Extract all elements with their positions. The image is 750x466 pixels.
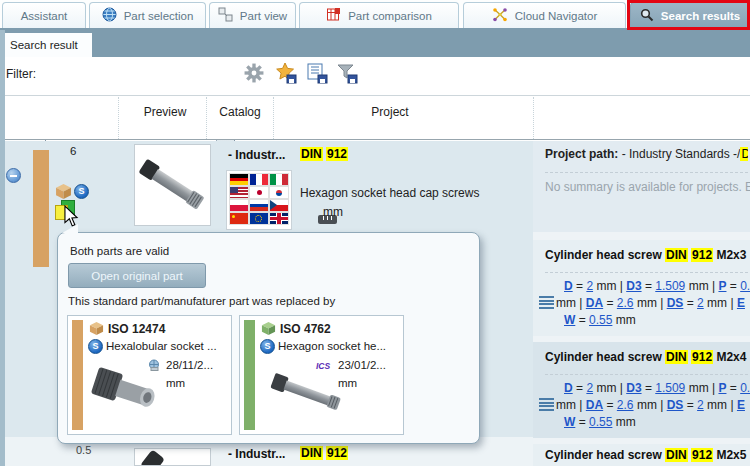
replacement-card-iso-4762[interactable]: ISO 4762 Hexagon socket he... ICS 23/01/…: [239, 315, 404, 435]
highlight: 912: [326, 446, 348, 460]
column-separator: [206, 97, 207, 139]
standard-part-icon: [88, 339, 103, 354]
project-path: Project path: - Industry Standards -/DIN: [545, 147, 748, 161]
project-path-text: - Industry Standards -/: [618, 147, 740, 161]
part-description: Hexalobular socket ...: [106, 340, 228, 352]
flag-usa: [230, 187, 248, 198]
replacement-card-iso-12474[interactable]: ISO 12474 Hexalobular socket ... 28/11/2…: [67, 315, 232, 435]
flag-uk: [270, 213, 288, 224]
subtab-label: Search result: [10, 39, 78, 51]
standard-part-icon: [74, 184, 89, 199]
tab-assistant[interactable]: Assistant: [2, 2, 86, 28]
dimension-line: W = 0.55 mm: [556, 414, 750, 431]
standard-part-icon: [260, 339, 275, 354]
tab-label: Part view: [240, 10, 287, 22]
tab-search-results[interactable]: Search results: [630, 2, 750, 28]
tab-label: Search results: [661, 10, 740, 22]
tooltip-status: Both parts are valid: [70, 245, 169, 257]
unit-label: mm: [166, 377, 185, 389]
results-table-header: Preview Catalog Project: [0, 95, 750, 140]
dimension-line: D = 2 mm | D3 = 1.509 mm | P = 0.4: [556, 278, 750, 295]
project-title[interactable]: DIN 912: [300, 147, 348, 161]
column-separator: [118, 97, 119, 139]
replacement-tooltip: Both parts are valid Open original part …: [57, 232, 480, 444]
save-table-icon[interactable]: [306, 62, 328, 84]
search-icon: [640, 8, 654, 24]
detail-project-summary[interactable]: Project path: - Industry Standards -/DIN…: [533, 141, 750, 232]
dimension-block[interactable]: D = 2 mm | D3 = 1.509 mm | P = 0.4 mm | …: [556, 278, 750, 329]
column-header-project: Project: [330, 105, 450, 119]
part-name: ISO 12474: [108, 322, 165, 336]
dimension-line: W = 0.55 mm: [556, 312, 750, 329]
column-header-preview: Preview: [130, 105, 200, 119]
unit-label: mm: [323, 205, 343, 219]
part-preview[interactable]: [134, 144, 211, 226]
column-separator: [273, 97, 274, 139]
row-accent-bar: [33, 150, 49, 267]
collapse-row-button[interactable]: [6, 168, 21, 183]
separator: [545, 172, 748, 173]
tab-cloud-navigator[interactable]: Cloud Navigator: [463, 2, 626, 28]
flag-eu: [250, 213, 268, 224]
filter-label: Filter:: [6, 67, 36, 81]
filter-toolbar: Filter: DIN: [0, 57, 750, 95]
tab-label: Part selection: [124, 10, 194, 22]
ics-badge: ICS: [316, 361, 330, 371]
flag-poland: [230, 200, 248, 211]
highlight: DIN: [300, 446, 323, 460]
summary-text: No summary is available for projects. Ex: [545, 180, 750, 194]
column-header-catalog: Catalog: [205, 105, 275, 119]
result-count: 6: [70, 145, 76, 157]
detail-part-m2x4[interactable]: Cylinder head screw DIN 912 M2x4 D = 2 m…: [533, 342, 750, 438]
tab-strip-bar: [0, 28, 750, 57]
detail-part-m2x5[interactable]: Cylinder head screw DIN 912 M2x5: [533, 444, 750, 466]
highlight: DIN: [665, 350, 688, 364]
subtab-search-result[interactable]: Search result: [2, 33, 92, 57]
dimension-list-icon: [539, 296, 554, 308]
project-path-label: Project path:: [545, 147, 618, 161]
flag-japan: [250, 187, 268, 198]
partial-value: 0.5: [76, 444, 91, 456]
settings-gear-icon[interactable]: [244, 63, 264, 86]
save-favorite-icon[interactable]: [275, 62, 297, 84]
separator: [545, 272, 748, 273]
tab-label: Assistant: [21, 10, 68, 22]
catalog-box-icon: [89, 321, 104, 339]
screw-image: [135, 449, 210, 466]
catalog-name[interactable]: - Industr...: [228, 148, 285, 162]
parts-search-window: Assistant Part selection Part view Part …: [0, 0, 750, 466]
globe-icon: [102, 7, 117, 24]
dimension-list-icon: [539, 398, 554, 410]
screw-image: [265, 371, 355, 429]
catalog-box-icon: [261, 321, 276, 339]
tab-label: Part comparison: [348, 10, 432, 22]
linked-parts-icon: [218, 7, 233, 24]
tab-part-comparison[interactable]: Part comparison: [299, 2, 459, 28]
tab-part-selection[interactable]: Part selection: [89, 2, 206, 28]
tab-part-view[interactable]: Part view: [209, 2, 296, 28]
node-graph-icon: [492, 7, 508, 24]
part-title: Cylinder head screw DIN 912 M2x5: [545, 448, 746, 462]
part-preview[interactable]: [134, 448, 211, 466]
open-original-part-button[interactable]: Open original part: [68, 263, 206, 288]
project-description: Hexagon socket head cap screws: [300, 186, 479, 200]
tooltip-message: This standard part/manufaturer part was …: [68, 295, 335, 307]
project-title[interactable]: DIN 912: [300, 446, 348, 460]
flag-russia: [250, 200, 268, 211]
highlight: 912: [691, 248, 713, 262]
catalog-languages-panel: [226, 170, 292, 230]
flag-france: [250, 174, 268, 185]
dimension-line: D = 2 mm | D3 = 1.509 mm | P = 0.4: [556, 380, 750, 397]
part-title: Cylinder head screw DIN 912 M2x3: [545, 248, 746, 262]
part-name: ISO 4762: [280, 322, 331, 336]
flag-germany: [230, 174, 248, 185]
tab-label: Cloud Navigator: [515, 10, 597, 22]
detail-part-m2x3[interactable]: Cylinder head screw DIN 912 M2x3 D = 2 m…: [533, 240, 750, 336]
part-date: 23/01/2...: [338, 359, 386, 371]
flag-italy: [270, 174, 288, 185]
dimension-block[interactable]: D = 2 mm | D3 = 1.509 mm | P = 0.4 mm | …: [556, 380, 750, 431]
highlight: DIN: [665, 448, 688, 462]
catalog-name[interactable]: - Industr...: [228, 447, 285, 461]
flag-south-korea: [270, 187, 288, 198]
save-filter-icon[interactable]: [336, 62, 358, 84]
